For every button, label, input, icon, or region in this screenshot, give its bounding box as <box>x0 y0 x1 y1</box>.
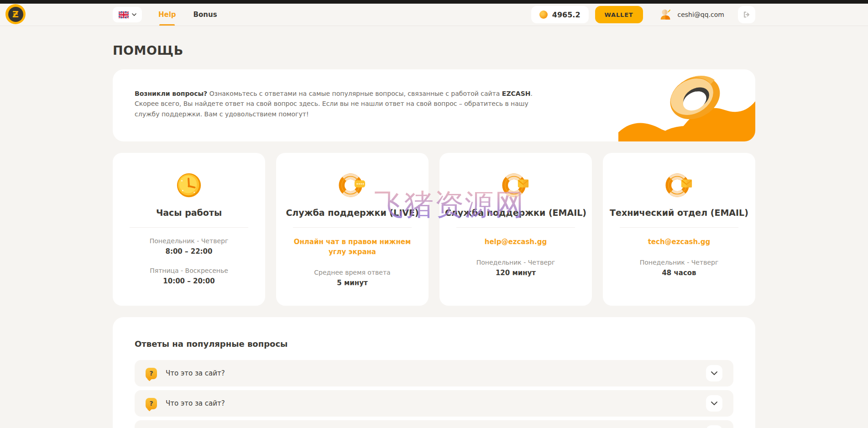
schedule-days: Понедельник - Четверг <box>113 237 265 245</box>
response-value: 5 минут <box>276 279 429 287</box>
logout-button[interactable] <box>738 6 755 23</box>
schedule-hours: 10:00 – 20:00 <box>113 277 265 285</box>
faq-item[interactable]: ? Что это за сайт? <box>135 420 733 428</box>
divider <box>293 227 412 228</box>
logout-icon <box>743 10 751 19</box>
intro-text: Возникли вопросы? Ознакомьтесь с ответам… <box>135 89 545 119</box>
logo-icon: Ƶ <box>8 7 23 22</box>
avatar-icon <box>659 8 672 21</box>
top-strip <box>0 0 868 4</box>
chevron-down-icon <box>132 13 136 16</box>
schedule-hours: 8:00 – 22:00 <box>113 247 265 256</box>
faq-item[interactable]: ? Что это за сайт? <box>135 390 733 417</box>
info-card-hours: Часы работы Понедельник - Четверг 8:00 –… <box>113 153 265 306</box>
logo[interactable]: Ƶ <box>5 4 26 24</box>
email-link[interactable]: help@ezcash.gg <box>450 237 581 247</box>
nav-help[interactable]: Help <box>158 4 176 26</box>
info-card-support-live: Служба поддержки (LIVE) Онлайн чат в пра… <box>276 153 429 306</box>
response-value: 48 часов <box>603 269 755 277</box>
expand-button[interactable] <box>706 395 722 412</box>
response-label: Среднее время ответа <box>276 269 429 276</box>
lifebuoy-mail-icon <box>603 171 755 200</box>
response-value: 120 минут <box>439 269 592 277</box>
clock-icon <box>113 171 265 200</box>
coin-icon <box>539 10 548 19</box>
card-title: Служба поддержки (LIVE) <box>276 208 429 218</box>
uk-flag-icon <box>119 11 129 18</box>
balance-pill[interactable]: 4965.2 <box>531 6 589 23</box>
question-icon: ? <box>146 368 157 379</box>
chevron-down-icon <box>711 402 717 405</box>
intro-card: Возникли вопросы? Ознакомьтесь с ответам… <box>113 69 755 141</box>
info-card-support-email: Служба поддержки (EMAIL) help@ezcash.gg … <box>439 153 592 306</box>
coin-wave-illustration <box>618 69 755 141</box>
language-selector[interactable] <box>113 7 142 22</box>
faq-section: Ответы на популярные вопросы ? Что это з… <box>113 317 755 428</box>
brand-name: EZCASH <box>502 90 531 97</box>
header: Ƶ Help Bonus 4965.2 <box>0 4 868 26</box>
lifebuoy-mail-icon <box>439 171 592 200</box>
user-menu[interactable]: ceshi@qq.com <box>659 8 725 21</box>
intro-lead: Возникли вопросы? <box>135 90 207 97</box>
divider <box>620 227 738 228</box>
balance-value: 4965.2 <box>552 10 580 19</box>
card-title: Служба поддержки (EMAIL) <box>439 208 592 218</box>
divider <box>130 227 248 228</box>
divider <box>456 227 575 228</box>
faq-item[interactable]: ? Что это за сайт? <box>135 360 733 386</box>
faq-question: Что это за сайт? <box>166 399 225 407</box>
user-email: ceshi@qq.com <box>678 11 725 18</box>
email-link[interactable]: tech@ezcash.gg <box>613 237 744 247</box>
wallet-button[interactable]: WALLET <box>595 6 643 23</box>
expand-button[interactable] <box>706 425 722 428</box>
main-content: ПОМОЩЬ Возникли вопросы? Ознакомьтесь с … <box>113 43 755 428</box>
chevron-down-icon <box>711 371 717 375</box>
faq-question: Что это за сайт? <box>166 369 225 377</box>
question-icon: ? <box>146 398 157 409</box>
faq-list: ? Что это за сайт? ? Что это за сайт? <box>135 360 733 428</box>
nav-bonus[interactable]: Bonus <box>193 4 217 26</box>
response-label: Понедельник - Четверг <box>603 259 755 266</box>
faq-title: Ответы на популярные вопросы <box>135 339 733 349</box>
lifebuoy-chat-icon <box>276 171 429 200</box>
live-chat-link[interactable]: Онлайн чат в правом нижнем углу экрана <box>287 237 418 257</box>
card-title: Часы работы <box>113 208 265 218</box>
card-title: Технический отдел (EMAIL) <box>603 208 755 218</box>
main-nav: Help Bonus <box>158 4 217 26</box>
expand-button[interactable] <box>706 365 722 381</box>
page-title: ПОМОЩЬ <box>113 43 755 57</box>
info-card-tech-email: Технический отдел (EMAIL) tech@ezcash.gg… <box>603 153 755 306</box>
info-cards: Часы работы Понедельник - Четверг 8:00 –… <box>113 153 755 306</box>
schedule-days: Пятница - Воскресенье <box>113 267 265 274</box>
response-label: Понедельник - Четверг <box>439 259 592 266</box>
